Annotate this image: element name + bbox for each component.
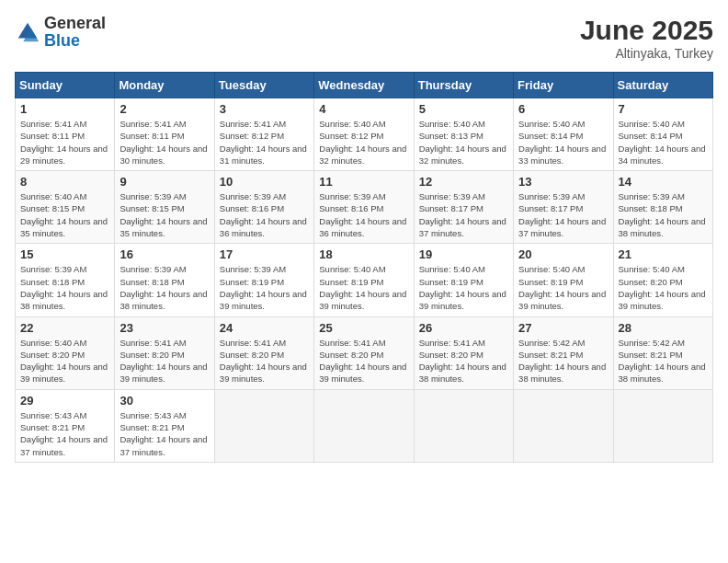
day-info: Sunrise: 5:41 AMSunset: 8:20 PMDaylight:…	[319, 337, 408, 385]
day-info: Sunrise: 5:40 AMSunset: 8:20 PMDaylight:…	[619, 263, 708, 312]
day-number: 30	[119, 394, 209, 408]
day-cell: 9Sunrise: 5:39 AMSunset: 8:15 PMDaylight…	[115, 171, 214, 244]
week-row-2: 8Sunrise: 5:40 AMSunset: 8:15 PMDaylight…	[16, 171, 713, 244]
weekday-header-row: SundayMondayTuesdayWednesdayThursdayFrid…	[16, 73, 713, 98]
day-cell: 15Sunrise: 5:39 AMSunset: 8:18 PMDayligh…	[16, 244, 115, 316]
day-number: 25	[319, 321, 408, 335]
day-cell	[414, 389, 513, 462]
day-info: Sunrise: 5:39 AMSunset: 8:16 PMDaylight:…	[220, 190, 309, 239]
day-number: 14	[619, 175, 708, 189]
day-cell: 26Sunrise: 5:41 AMSunset: 8:20 PMDayligh…	[414, 316, 513, 389]
day-number: 26	[419, 321, 508, 335]
weekday-header-monday: Monday	[115, 73, 214, 98]
day-cell: 22Sunrise: 5:40 AMSunset: 8:20 PMDayligh…	[16, 316, 115, 389]
day-info: Sunrise: 5:40 AMSunset: 8:19 PMDaylight:…	[319, 263, 408, 312]
day-number: 3	[220, 102, 309, 116]
logo-general-text: General	[44, 14, 106, 32]
day-number: 12	[419, 175, 508, 189]
day-info: Sunrise: 5:39 AMSunset: 8:16 PMDaylight:…	[319, 190, 408, 239]
day-cell: 14Sunrise: 5:39 AMSunset: 8:18 PMDayligh…	[613, 171, 712, 244]
weekday-header-thursday: Thursday	[414, 73, 513, 98]
day-number: 15	[20, 247, 109, 261]
day-info: Sunrise: 5:40 AMSunset: 8:15 PMDaylight:…	[20, 190, 109, 239]
day-info: Sunrise: 5:43 AMSunset: 8:21 PMDaylight:…	[20, 409, 109, 458]
day-info: Sunrise: 5:40 AMSunset: 8:13 PMDaylight:…	[419, 118, 508, 167]
day-cell: 3Sunrise: 5:41 AMSunset: 8:12 PMDaylight…	[214, 98, 313, 171]
day-cell	[214, 389, 313, 462]
day-cell: 24Sunrise: 5:41 AMSunset: 8:20 PMDayligh…	[214, 316, 313, 389]
day-cell: 1Sunrise: 5:41 AMSunset: 8:11 PMDaylight…	[16, 98, 115, 171]
day-cell: 11Sunrise: 5:39 AMSunset: 8:16 PMDayligh…	[314, 171, 414, 244]
day-info: Sunrise: 5:40 AMSunset: 8:19 PMDaylight:…	[518, 263, 608, 312]
day-info: Sunrise: 5:43 AMSunset: 8:21 PMDaylight:…	[119, 409, 209, 458]
day-info: Sunrise: 5:39 AMSunset: 8:19 PMDaylight:…	[220, 263, 309, 312]
day-info: Sunrise: 5:40 AMSunset: 8:19 PMDaylight:…	[419, 263, 508, 312]
day-cell: 18Sunrise: 5:40 AMSunset: 8:19 PMDayligh…	[314, 244, 414, 316]
day-info: Sunrise: 5:39 AMSunset: 8:18 PMDaylight:…	[119, 263, 209, 312]
day-info: Sunrise: 5:41 AMSunset: 8:12 PMDaylight:…	[220, 118, 309, 167]
day-number: 1	[20, 102, 109, 116]
day-info: Sunrise: 5:39 AMSunset: 8:18 PMDaylight:…	[619, 190, 708, 239]
weekday-header-friday: Friday	[514, 73, 613, 98]
week-row-4: 22Sunrise: 5:40 AMSunset: 8:20 PMDayligh…	[16, 316, 713, 389]
day-number: 24	[220, 321, 309, 335]
day-number: 28	[619, 321, 708, 335]
day-info: Sunrise: 5:39 AMSunset: 8:18 PMDaylight:…	[20, 263, 109, 312]
page-header: General Blue June 2025 Altinyaka, Turkey	[15, 15, 713, 61]
day-number: 5	[419, 102, 508, 116]
day-cell: 19Sunrise: 5:40 AMSunset: 8:19 PMDayligh…	[414, 244, 513, 316]
logo: General Blue	[15, 15, 106, 50]
day-cell	[514, 389, 613, 462]
day-number: 10	[220, 175, 309, 189]
location-title: Altinyaka, Turkey	[580, 46, 713, 61]
weekday-header-tuesday: Tuesday	[214, 73, 313, 98]
day-number: 7	[619, 102, 708, 116]
day-cell: 28Sunrise: 5:42 AMSunset: 8:21 PMDayligh…	[613, 316, 712, 389]
day-cell: 4Sunrise: 5:40 AMSunset: 8:12 PMDaylight…	[314, 98, 414, 171]
title-area: June 2025 Altinyaka, Turkey	[580, 15, 713, 61]
day-cell: 17Sunrise: 5:39 AMSunset: 8:19 PMDayligh…	[214, 244, 313, 316]
day-cell: 20Sunrise: 5:40 AMSunset: 8:19 PMDayligh…	[514, 244, 613, 316]
day-info: Sunrise: 5:41 AMSunset: 8:11 PMDaylight:…	[119, 118, 209, 167]
day-number: 4	[319, 102, 408, 116]
day-cell: 27Sunrise: 5:42 AMSunset: 8:21 PMDayligh…	[514, 316, 613, 389]
day-number: 29	[20, 394, 109, 408]
week-row-3: 15Sunrise: 5:39 AMSunset: 8:18 PMDayligh…	[16, 244, 713, 316]
day-info: Sunrise: 5:42 AMSunset: 8:21 PMDaylight:…	[619, 337, 708, 385]
day-number: 9	[119, 175, 209, 189]
day-cell: 29Sunrise: 5:43 AMSunset: 8:21 PMDayligh…	[16, 389, 115, 462]
day-number: 2	[119, 102, 209, 116]
day-number: 18	[319, 247, 408, 261]
calendar-table: SundayMondayTuesdayWednesdayThursdayFrid…	[15, 72, 713, 463]
week-row-1: 1Sunrise: 5:41 AMSunset: 8:11 PMDaylight…	[16, 98, 713, 171]
logo-icon	[15, 19, 40, 45]
weekday-header-wednesday: Wednesday	[314, 73, 414, 98]
day-info: Sunrise: 5:39 AMSunset: 8:15 PMDaylight:…	[119, 190, 209, 239]
day-cell: 23Sunrise: 5:41 AMSunset: 8:20 PMDayligh…	[115, 316, 214, 389]
month-title: June 2025	[580, 15, 713, 46]
day-info: Sunrise: 5:41 AMSunset: 8:20 PMDaylight:…	[419, 337, 508, 385]
day-number: 21	[619, 247, 708, 261]
day-cell: 2Sunrise: 5:41 AMSunset: 8:11 PMDaylight…	[115, 98, 214, 171]
day-cell: 13Sunrise: 5:39 AMSunset: 8:17 PMDayligh…	[514, 171, 613, 244]
day-info: Sunrise: 5:42 AMSunset: 8:21 PMDaylight:…	[518, 337, 608, 385]
day-number: 20	[518, 247, 608, 261]
day-cell	[613, 389, 712, 462]
day-cell: 10Sunrise: 5:39 AMSunset: 8:16 PMDayligh…	[214, 171, 313, 244]
day-info: Sunrise: 5:40 AMSunset: 8:12 PMDaylight:…	[319, 118, 408, 167]
day-number: 16	[119, 247, 209, 261]
day-info: Sunrise: 5:40 AMSunset: 8:14 PMDaylight:…	[518, 118, 608, 167]
day-cell	[314, 389, 414, 462]
day-number: 27	[518, 321, 608, 335]
day-info: Sunrise: 5:41 AMSunset: 8:11 PMDaylight:…	[20, 118, 109, 167]
day-info: Sunrise: 5:41 AMSunset: 8:20 PMDaylight:…	[220, 337, 309, 385]
day-info: Sunrise: 5:40 AMSunset: 8:14 PMDaylight:…	[619, 118, 708, 167]
day-cell: 25Sunrise: 5:41 AMSunset: 8:20 PMDayligh…	[314, 316, 414, 389]
day-cell: 12Sunrise: 5:39 AMSunset: 8:17 PMDayligh…	[414, 171, 513, 244]
day-number: 23	[119, 321, 209, 335]
day-info: Sunrise: 5:39 AMSunset: 8:17 PMDaylight:…	[419, 190, 508, 239]
day-cell: 16Sunrise: 5:39 AMSunset: 8:18 PMDayligh…	[115, 244, 214, 316]
day-info: Sunrise: 5:40 AMSunset: 8:20 PMDaylight:…	[20, 337, 109, 385]
day-number: 17	[220, 247, 309, 261]
day-info: Sunrise: 5:39 AMSunset: 8:17 PMDaylight:…	[518, 190, 608, 239]
